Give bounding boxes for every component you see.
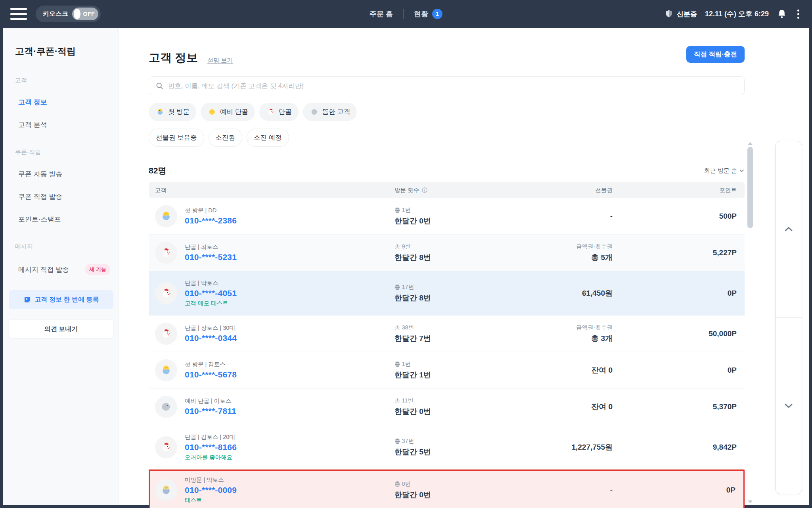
bulk-register-button[interactable]: 고객 정보 한 번에 등록 xyxy=(9,290,113,309)
sidebar-item-customer-info[interactable]: 고객 정보 xyxy=(18,98,110,107)
nav-order-home-label: 주문 홈 xyxy=(370,9,393,19)
nav-status[interactable]: 현황 1 xyxy=(414,9,442,19)
sidebar-item-coupon-auto-label: 쿠폰 자동 발송 xyxy=(18,169,62,179)
customer-phone: 010-****-8166 xyxy=(185,443,237,452)
visits-month: 한달간 7번 xyxy=(395,333,513,344)
filter-infrequent[interactable]: 뜸한 고객 xyxy=(303,103,357,121)
filter-prepaid-used[interactable]: 소진됨 xyxy=(209,129,243,147)
id-verify-label: 신분증 xyxy=(677,10,697,19)
id-verify-button[interactable]: 신분증 xyxy=(665,10,697,19)
visits-total: 총 0번 xyxy=(395,480,513,488)
chevron-down-icon xyxy=(739,168,745,173)
avatar-chick-gray-icon xyxy=(155,396,177,418)
hamburger-menu-icon[interactable] xyxy=(10,8,27,20)
visits-month: 한달간 0번 xyxy=(395,216,513,226)
filter-prepaid-holding-label: 선불권 보유중 xyxy=(156,133,197,142)
help-link[interactable]: 설명 보기 xyxy=(207,57,233,64)
prepaid-value: 총 5개 xyxy=(591,252,613,263)
customer-row[interactable]: 단골 | 장토스 | 30대 010-****-0344 총 38번 한달간 7… xyxy=(149,316,745,352)
nav-status-label: 현황 xyxy=(414,9,428,19)
prepaid-filter-row: 선불권 보유중 소진됨 소진 예정 xyxy=(149,129,745,147)
sort-dropdown[interactable]: 최근 방문 순 xyxy=(704,167,745,175)
customer-phone: 010-****-2386 xyxy=(185,216,237,225)
visits-month: 한달간 0번 xyxy=(395,490,513,500)
customer-row-selected[interactable]: 단골 | 박토스 010-****-4051 고객 메모 테스트 총 17번 한… xyxy=(149,271,745,316)
topbar: 키오스크 OFF 주문 홈 현황 1 신분증 12.11 (수) 오후 xyxy=(0,0,812,28)
sidebar-item-coupon-auto[interactable]: 쿠폰 자동 발송 xyxy=(18,169,110,179)
prepaid-type: 금액권·횟수권 xyxy=(576,324,613,331)
column-visits-label: 방문 횟수 xyxy=(395,187,419,194)
filter-prepaid-holding[interactable]: 선불권 보유중 xyxy=(149,129,204,147)
filter-prepaid-used-label: 소진됨 xyxy=(216,133,236,142)
filter-pre-regular[interactable]: 예비 단골 xyxy=(201,103,255,121)
points-value: 0P xyxy=(613,366,745,375)
customer-group: 첫 방문 | 김토스 xyxy=(185,361,237,368)
search-bar[interactable] xyxy=(149,76,745,95)
visits-total: 총 38번 xyxy=(395,324,513,331)
filter-first-visit[interactable]: 첫 방문 xyxy=(149,103,196,121)
sidebar-item-message-direct-label: 메시지 직접 발송 xyxy=(18,265,69,274)
main-content: 고객 정보 설명 보기 직접 적립·충전 xyxy=(119,28,809,505)
sidebar-item-coupon-direct-label: 쿠폰 직접 발송 xyxy=(18,192,62,201)
sidebar-item-customer-analysis[interactable]: 고객 분석 xyxy=(18,120,110,129)
chevron-up-icon xyxy=(783,223,795,235)
avatar-chick-hatching-icon xyxy=(155,479,177,501)
info-icon[interactable] xyxy=(421,187,428,193)
direct-charge-button[interactable]: 직접 적립·충전 xyxy=(686,46,745,63)
customer-row[interactable]: 첫 방문 | 김토스 010-****-5678 총 1번 한달간 1번 잔여 … xyxy=(149,352,745,389)
customer-row[interactable]: 첫 방문 | DD 010-****-2386 총 1번 한달간 0번 - 50… xyxy=(149,198,745,235)
kiosk-toggle[interactable]: 키오스크 OFF xyxy=(36,6,101,22)
sidebar-item-message-direct[interactable]: 메시지 직접 발송 새 기능 xyxy=(18,264,110,275)
scroll-down-button[interactable] xyxy=(776,318,802,494)
column-points: 포인트 xyxy=(613,187,745,194)
customer-row[interactable]: 예비 단골 | 이토스 010-****-7811 총 11번 한달간 0번 잔… xyxy=(149,389,745,425)
customer-memo: 테스트 xyxy=(185,496,237,504)
scroll-up-button[interactable] xyxy=(776,141,802,318)
filter-pre-regular-label: 예비 단골 xyxy=(220,108,248,116)
visits-total: 총 17번 xyxy=(395,283,513,291)
scrollbar-down-arrow-icon[interactable] xyxy=(748,500,753,503)
chick-gray-icon xyxy=(310,107,319,117)
customer-row-alert[interactable]: 미방문 | 박토스 010-****-0009 테스트 총 0번 한달간 0번 … xyxy=(149,470,745,508)
sidebar-title: 고객·쿠폰·적립 xyxy=(15,45,119,58)
sidebar-section-customer: 고객 xyxy=(15,77,119,84)
filter-regular[interactable]: 단골 xyxy=(259,103,299,121)
scrollbar-thumb[interactable] xyxy=(747,147,753,228)
visits-total: 총 9번 xyxy=(395,243,513,250)
kiosk-label: 키오스크 xyxy=(43,10,68,18)
column-visits: 방문 횟수 xyxy=(395,187,513,194)
feedback-button[interactable]: 의견 보내기 xyxy=(9,319,113,339)
search-icon xyxy=(155,82,164,90)
sidebar-item-point-stamp[interactable]: 포인트·스탬프 xyxy=(18,215,110,224)
topbar-right: 신분증 12.11 (수) 오후 6:29 xyxy=(665,9,802,19)
avatar-chick-hatching-icon xyxy=(155,359,177,381)
scrollbar-up-arrow-icon[interactable] xyxy=(748,142,753,145)
visits-month: 한달간 8번 xyxy=(395,252,513,263)
search-input[interactable] xyxy=(168,82,738,90)
tier-filter-row: 첫 방문 예비 단골 xyxy=(149,103,745,121)
customer-row[interactable]: 단골 | 최토스 010-****-5231 총 9번 한달간 8번 금액권·횟… xyxy=(149,235,745,271)
sidebar: 고객·쿠폰·적립 고객 고객 정보 고객 분석 쿠폰·적립 쿠폰 자동 발송 쿠… xyxy=(3,28,119,505)
sort-label: 최근 방문 순 xyxy=(704,167,737,175)
chick-yellow-icon xyxy=(207,107,217,117)
filter-prepaid-expiring[interactable]: 소진 예정 xyxy=(247,129,289,147)
column-customer: 고객 xyxy=(155,187,395,194)
table-header: 고객 방문 횟수 선불권 포인트 xyxy=(149,182,745,198)
notifications-button[interactable] xyxy=(777,9,787,19)
sidebar-item-coupon-direct[interactable]: 쿠폰 직접 발송 xyxy=(18,192,110,201)
chick-hatching-icon xyxy=(155,107,165,117)
visits-month: 한달간 0번 xyxy=(395,406,513,417)
visits-month: 한달간 8번 xyxy=(395,293,513,303)
kiosk-switch[interactable]: OFF xyxy=(72,8,98,20)
more-menu-button[interactable] xyxy=(795,9,802,19)
visits-total: 총 1번 xyxy=(395,206,513,214)
list-scrollbar[interactable] xyxy=(747,142,753,503)
customer-row[interactable]: 단골 | 김토스 | 20대 010-****-8166 오커아를 좋아해요 총… xyxy=(149,425,745,470)
sidebar-section-coupon: 쿠폰·적립 xyxy=(15,148,119,156)
points-value: 5,227P xyxy=(613,248,745,257)
nav-order-home[interactable]: 주문 홈 xyxy=(370,9,393,19)
new-feature-badge: 새 기능 xyxy=(85,264,110,275)
column-prepaid: 선불권 xyxy=(513,187,613,194)
avatar-chick-hatching-icon xyxy=(155,205,177,227)
kiosk-switch-knob xyxy=(74,9,80,19)
